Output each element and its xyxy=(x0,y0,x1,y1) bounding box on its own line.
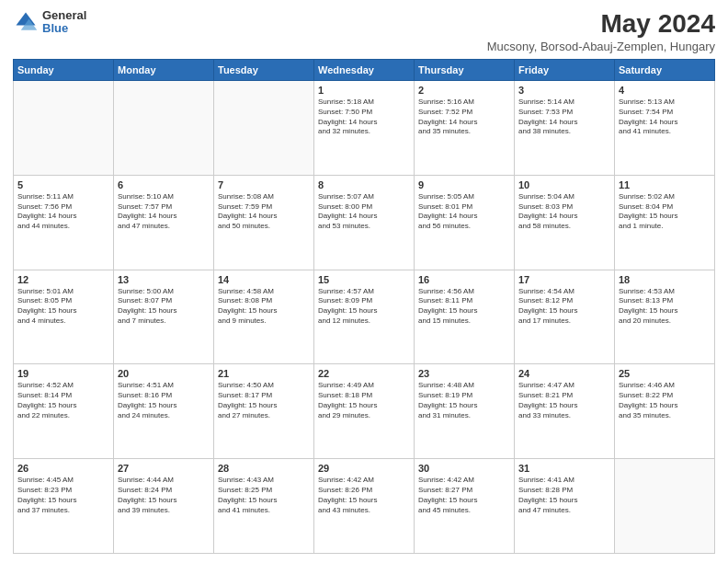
day-info: Sunrise: 5:08 AMSunset: 7:59 PMDaylight:… xyxy=(218,192,310,232)
day-number: 21 xyxy=(218,368,310,379)
calendar-cell: 12Sunrise: 5:01 AMSunset: 8:05 PMDayligh… xyxy=(14,270,114,364)
calendar-cell: 25Sunrise: 4:46 AMSunset: 8:22 PMDayligh… xyxy=(615,364,715,459)
day-info: Sunrise: 5:07 AMSunset: 8:00 PMDaylight:… xyxy=(318,192,410,232)
calendar-cell: 6Sunrise: 5:10 AMSunset: 7:57 PMDaylight… xyxy=(114,175,214,270)
weekday-header-thursday: Thursday xyxy=(415,60,515,81)
day-number: 19 xyxy=(17,368,109,379)
week-row-3: 12Sunrise: 5:01 AMSunset: 8:05 PMDayligh… xyxy=(14,270,715,364)
day-number: 15 xyxy=(318,274,410,285)
day-number: 6 xyxy=(118,179,210,190)
day-info: Sunrise: 5:02 AMSunset: 8:04 PMDaylight:… xyxy=(619,192,711,232)
day-info: Sunrise: 5:00 AMSunset: 8:07 PMDaylight:… xyxy=(118,287,210,327)
day-info: Sunrise: 5:14 AMSunset: 7:53 PMDaylight:… xyxy=(518,98,610,137)
calendar-cell: 27Sunrise: 4:44 AMSunset: 8:24 PMDayligh… xyxy=(114,459,214,554)
day-number: 26 xyxy=(17,463,109,474)
week-row-5: 26Sunrise: 4:45 AMSunset: 8:23 PMDayligh… xyxy=(14,459,715,554)
day-number: 22 xyxy=(318,368,410,379)
calendar-cell: 30Sunrise: 4:42 AMSunset: 8:27 PMDayligh… xyxy=(415,459,515,554)
weekday-header-monday: Monday xyxy=(114,60,214,81)
day-info: Sunrise: 4:47 AMSunset: 8:21 PMDaylight:… xyxy=(518,381,610,420)
weekday-header-saturday: Saturday xyxy=(615,60,715,81)
day-info: Sunrise: 4:56 AMSunset: 8:11 PMDaylight:… xyxy=(418,287,510,327)
calendar-cell: 20Sunrise: 4:51 AMSunset: 8:16 PMDayligh… xyxy=(114,364,214,459)
calendar-cell: 19Sunrise: 4:52 AMSunset: 8:14 PMDayligh… xyxy=(14,364,114,459)
calendar-cell: 4Sunrise: 5:13 AMSunset: 7:54 PMDaylight… xyxy=(615,81,715,176)
logo-icon xyxy=(13,9,39,35)
day-info: Sunrise: 4:42 AMSunset: 8:27 PMDaylight:… xyxy=(418,476,510,515)
weekday-header-sunday: Sunday xyxy=(14,60,114,81)
day-info: Sunrise: 4:44 AMSunset: 8:24 PMDaylight:… xyxy=(118,476,210,515)
day-number: 1 xyxy=(318,85,410,96)
calendar-cell: 3Sunrise: 5:14 AMSunset: 7:53 PMDaylight… xyxy=(515,81,615,176)
day-info: Sunrise: 4:42 AMSunset: 8:26 PMDaylight:… xyxy=(318,476,410,515)
day-info: Sunrise: 4:46 AMSunset: 8:22 PMDaylight:… xyxy=(619,381,711,420)
week-row-2: 5Sunrise: 5:11 AMSunset: 7:56 PMDaylight… xyxy=(14,175,715,270)
day-number: 16 xyxy=(418,274,510,285)
calendar-cell: 15Sunrise: 4:57 AMSunset: 8:09 PMDayligh… xyxy=(314,270,415,364)
day-info: Sunrise: 4:50 AMSunset: 8:17 PMDaylight:… xyxy=(218,381,310,420)
day-number: 12 xyxy=(17,274,109,285)
day-number: 11 xyxy=(619,179,711,190)
day-number: 5 xyxy=(17,179,109,190)
day-number: 8 xyxy=(318,179,410,190)
day-info: Sunrise: 4:45 AMSunset: 8:23 PMDaylight:… xyxy=(17,476,109,515)
calendar-cell: 10Sunrise: 5:04 AMSunset: 8:03 PMDayligh… xyxy=(515,175,615,270)
weekday-header-row: SundayMondayTuesdayWednesdayThursdayFrid… xyxy=(14,60,715,81)
logo-line2: Blue xyxy=(42,22,86,35)
day-info: Sunrise: 4:53 AMSunset: 8:13 PMDaylight:… xyxy=(619,287,711,327)
logo-text: General Blue xyxy=(42,9,86,36)
week-row-4: 19Sunrise: 4:52 AMSunset: 8:14 PMDayligh… xyxy=(14,364,715,459)
day-number: 17 xyxy=(518,274,610,285)
subtitle: Mucsony, Borsod-Abauj-Zemplen, Hungary xyxy=(487,40,715,53)
calendar-cell: 26Sunrise: 4:45 AMSunset: 8:23 PMDayligh… xyxy=(14,459,114,554)
calendar-cell: 23Sunrise: 4:48 AMSunset: 8:19 PMDayligh… xyxy=(415,364,515,459)
title-block: May 2024 Mucsony, Borsod-Abauj-Zemplen, … xyxy=(487,9,715,53)
calendar-cell: 14Sunrise: 4:58 AMSunset: 8:08 PMDayligh… xyxy=(214,270,314,364)
day-number: 20 xyxy=(118,368,210,379)
calendar-cell xyxy=(14,81,114,176)
day-number: 30 xyxy=(418,463,510,474)
calendar-cell xyxy=(114,81,214,176)
day-number: 18 xyxy=(619,274,711,285)
day-number: 2 xyxy=(418,85,510,96)
day-info: Sunrise: 5:16 AMSunset: 7:52 PMDaylight:… xyxy=(418,98,510,137)
day-number: 3 xyxy=(518,85,610,96)
day-number: 14 xyxy=(218,274,310,285)
calendar-cell: 28Sunrise: 4:43 AMSunset: 8:25 PMDayligh… xyxy=(214,459,314,554)
header: General Blue May 2024 Mucsony, Borsod-Ab… xyxy=(13,9,715,53)
day-info: Sunrise: 4:41 AMSunset: 8:28 PMDaylight:… xyxy=(518,476,610,515)
day-info: Sunrise: 5:01 AMSunset: 8:05 PMDaylight:… xyxy=(17,287,109,327)
day-info: Sunrise: 5:05 AMSunset: 8:01 PMDaylight:… xyxy=(418,192,510,232)
day-info: Sunrise: 4:58 AMSunset: 8:08 PMDaylight:… xyxy=(218,287,310,327)
weekday-header-friday: Friday xyxy=(515,60,615,81)
day-number: 13 xyxy=(118,274,210,285)
day-info: Sunrise: 4:52 AMSunset: 8:14 PMDaylight:… xyxy=(17,381,109,420)
calendar-cell: 1Sunrise: 5:18 AMSunset: 7:50 PMDaylight… xyxy=(314,81,415,176)
weekday-header-wednesday: Wednesday xyxy=(314,60,415,81)
week-row-1: 1Sunrise: 5:18 AMSunset: 7:50 PMDaylight… xyxy=(14,81,715,176)
day-info: Sunrise: 5:11 AMSunset: 7:56 PMDaylight:… xyxy=(17,192,109,232)
day-number: 7 xyxy=(218,179,310,190)
calendar-cell: 7Sunrise: 5:08 AMSunset: 7:59 PMDaylight… xyxy=(214,175,314,270)
calendar-cell: 18Sunrise: 4:53 AMSunset: 8:13 PMDayligh… xyxy=(615,270,715,364)
day-info: Sunrise: 4:57 AMSunset: 8:09 PMDaylight:… xyxy=(318,287,410,327)
calendar-cell: 21Sunrise: 4:50 AMSunset: 8:17 PMDayligh… xyxy=(214,364,314,459)
day-info: Sunrise: 4:54 AMSunset: 8:12 PMDaylight:… xyxy=(518,287,610,327)
day-number: 9 xyxy=(418,179,510,190)
calendar-cell: 29Sunrise: 4:42 AMSunset: 8:26 PMDayligh… xyxy=(314,459,415,554)
day-number: 10 xyxy=(518,179,610,190)
day-number: 24 xyxy=(518,368,610,379)
calendar-cell: 17Sunrise: 4:54 AMSunset: 8:12 PMDayligh… xyxy=(515,270,615,364)
weekday-header-tuesday: Tuesday xyxy=(214,60,314,81)
day-info: Sunrise: 5:04 AMSunset: 8:03 PMDaylight:… xyxy=(518,192,610,232)
day-number: 29 xyxy=(318,463,410,474)
calendar-cell: 13Sunrise: 5:00 AMSunset: 8:07 PMDayligh… xyxy=(114,270,214,364)
day-number: 4 xyxy=(619,85,711,96)
day-number: 23 xyxy=(418,368,510,379)
calendar-table: SundayMondayTuesdayWednesdayThursdayFrid… xyxy=(13,59,715,554)
day-number: 31 xyxy=(518,463,610,474)
calendar-cell: 24Sunrise: 4:47 AMSunset: 8:21 PMDayligh… xyxy=(515,364,615,459)
calendar-cell: 2Sunrise: 5:16 AMSunset: 7:52 PMDaylight… xyxy=(415,81,515,176)
main-title: May 2024 xyxy=(487,9,715,39)
calendar-cell: 11Sunrise: 5:02 AMSunset: 8:04 PMDayligh… xyxy=(615,175,715,270)
